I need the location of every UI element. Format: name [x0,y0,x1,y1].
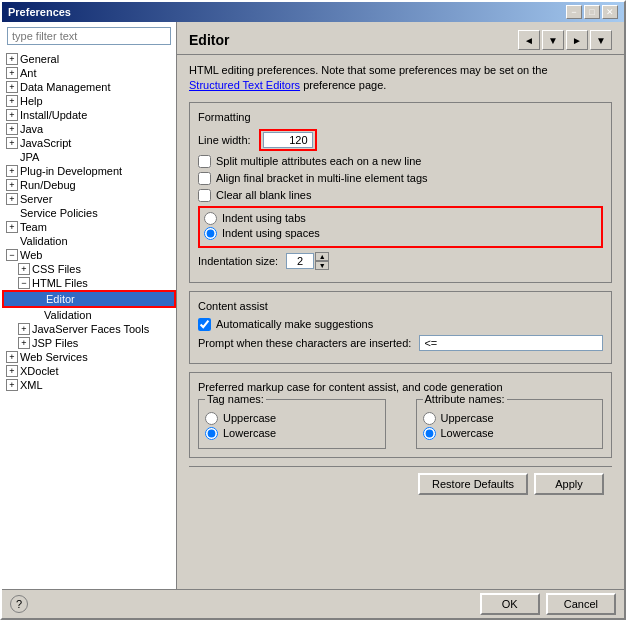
attr-lowercase-label: Lowercase [441,427,494,439]
markup-case-inner: Tag names: Uppercase Lowercase [198,399,603,449]
apply-button[interactable]: Apply [534,473,604,495]
tree-item-xml[interactable]: XML [2,378,176,392]
attr-uppercase-radio[interactable] [423,412,436,425]
tree-label-html-files: HTML Files [32,277,88,289]
filter-input[interactable] [7,27,171,45]
expander-run-debug[interactable] [6,179,18,191]
auto-suggest-row: Automatically make suggestions [198,318,603,331]
expander-server[interactable] [6,193,18,205]
line-width-input[interactable] [263,132,313,148]
expander-validation [6,235,18,247]
attr-uppercase-label: Uppercase [441,412,494,424]
expander-java[interactable] [6,123,18,135]
clear-blank-lines-checkbox[interactable] [198,189,211,202]
markup-case-group-label: Preferred markup case for content assist… [198,381,603,393]
restore-defaults-button[interactable]: Restore Defaults [418,473,528,495]
expander-web-services[interactable] [6,351,18,363]
indentation-size-input[interactable] [286,253,314,269]
tree-label-help: Help [20,95,43,107]
tree-label-server: Server [20,193,52,205]
nav-forward-button[interactable]: ► [566,30,588,50]
spinner-down-button[interactable]: ▼ [315,261,329,270]
tree-item-help[interactable]: Help [2,94,176,108]
close-button[interactable]: ✕ [602,5,618,19]
expander-data-management[interactable] [6,81,18,93]
indentation-size-row: Indentation size: ▲ ▼ [198,252,603,270]
tree-label-plugin-development: Plug-in Development [20,165,122,177]
tree-item-css-files[interactable]: CSS Files [2,262,176,276]
expander-xdoclet[interactable] [6,365,18,377]
expander-web[interactable] [6,249,18,261]
indent-tabs-radio[interactable] [204,212,217,225]
tree-label-validation-html: Validation [44,309,92,321]
tree-item-javascript[interactable]: JavaScript [2,136,176,150]
expander-help[interactable] [6,95,18,107]
nav-dropdown-button[interactable]: ▼ [542,30,564,50]
tree-item-data-management[interactable]: Data Management [2,80,176,94]
tree-item-run-debug[interactable]: Run/Debug [2,178,176,192]
tree-label-service-policies: Service Policies [20,207,98,219]
nav-back-button[interactable]: ◄ [518,30,540,50]
tree-item-javaserver-faces-tools[interactable]: JavaServer Faces Tools [2,322,176,336]
tree-item-jsp-files[interactable]: JSP Files [2,336,176,350]
auto-suggest-checkbox[interactable] [198,318,211,331]
expander-validation-html [30,309,42,321]
tree-item-html-files[interactable]: HTML Files [2,276,176,290]
expander-xml[interactable] [6,379,18,391]
tree-item-validation[interactable]: Validation [2,234,176,248]
indentation-size-label: Indentation size: [198,255,278,267]
tree-item-server[interactable]: Server [2,192,176,206]
tree-item-xdoclet[interactable]: XDoclet [2,364,176,378]
align-bracket-row: Align final bracket in multi-line elemen… [198,172,603,185]
tree-item-plugin-development[interactable]: Plug-in Development [2,164,176,178]
attr-lowercase-radio[interactable] [423,427,436,440]
expander-javascript[interactable] [6,137,18,149]
tree-item-jpa[interactable]: JPA [2,150,176,164]
align-bracket-checkbox[interactable] [198,172,211,185]
tag-lowercase-radio[interactable] [205,427,218,440]
expander-css-files[interactable] [18,263,30,275]
tree-item-service-policies[interactable]: Service Policies [2,206,176,220]
indent-spaces-radio[interactable] [204,227,217,240]
tag-uppercase-radio[interactable] [205,412,218,425]
tree-item-web-services[interactable]: Web Services [2,350,176,364]
tree-item-install-update[interactable]: Install/Update [2,108,176,122]
nav-more-button[interactable]: ▼ [590,30,612,50]
indent-spaces-label: Indent using spaces [222,227,320,239]
maximize-button[interactable]: □ [584,5,600,19]
markup-case-group: Preferred markup case for content assist… [189,372,612,458]
align-bracket-label: Align final bracket in multi-line elemen… [216,172,428,184]
line-width-row: Line width: [198,129,603,151]
expander-html-files[interactable] [18,277,30,289]
tree-item-editor[interactable]: Editor [2,290,176,308]
expander-install-update[interactable] [6,109,18,121]
ok-button[interactable]: OK [480,593,540,615]
help-button[interactable]: ? [10,595,28,613]
formatting-group-label: Formatting [198,111,603,123]
tree-item-java[interactable]: Java [2,122,176,136]
expander-jsp-files[interactable] [18,337,30,349]
prompt-chars-input[interactable] [419,335,603,351]
indent-tabs-label: Indent using tabs [222,212,306,224]
tree-item-validation-html[interactable]: Validation [2,308,176,322]
tree-item-web[interactable]: Web [2,248,176,262]
restore-apply-bar: Restore Defaults Apply [189,466,612,501]
expander-team[interactable] [6,221,18,233]
structured-text-editors-link[interactable]: Structured Text Editors [189,79,300,91]
tree-item-general[interactable]: General [2,52,176,66]
tree-label-editor: Editor [46,293,75,305]
tree-label-install-update: Install/Update [20,109,87,121]
right-panel: Editor ◄ ▼ ► ▼ HTML editing preferences.… [177,22,624,589]
tree-label-ant: Ant [20,67,37,79]
tag-uppercase-label: Uppercase [223,412,276,424]
expander-ant[interactable] [6,67,18,79]
expander-javaserver-faces-tools[interactable] [18,323,30,335]
split-attrs-checkbox[interactable] [198,155,211,168]
minimize-button[interactable]: − [566,5,582,19]
tree-item-ant[interactable]: Ant [2,66,176,80]
cancel-button[interactable]: Cancel [546,593,616,615]
expander-general[interactable] [6,53,18,65]
spinner-up-button[interactable]: ▲ [315,252,329,261]
tree-item-team[interactable]: Team [2,220,176,234]
expander-plugin-development[interactable] [6,165,18,177]
